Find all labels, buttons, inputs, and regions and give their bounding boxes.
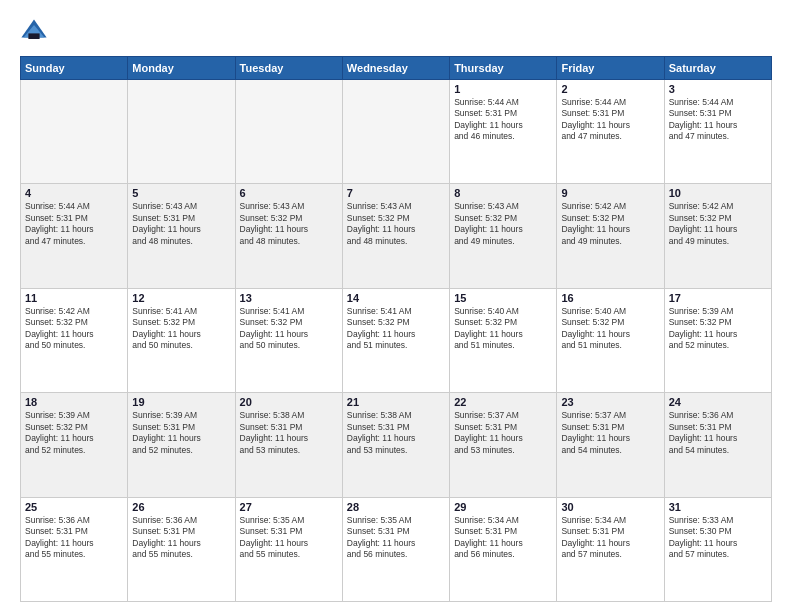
day-info: Sunrise: 5:40 AM Sunset: 5:32 PM Dayligh… <box>561 306 659 352</box>
day-info: Sunrise: 5:39 AM Sunset: 5:31 PM Dayligh… <box>132 410 230 456</box>
weekday-sunday: Sunday <box>21 57 128 80</box>
calendar-cell: 17Sunrise: 5:39 AM Sunset: 5:32 PM Dayli… <box>664 288 771 392</box>
day-info: Sunrise: 5:35 AM Sunset: 5:31 PM Dayligh… <box>347 515 445 561</box>
weekday-header-row: SundayMondayTuesdayWednesdayThursdayFrid… <box>21 57 772 80</box>
calendar-cell: 9Sunrise: 5:42 AM Sunset: 5:32 PM Daylig… <box>557 184 664 288</box>
day-number: 9 <box>561 187 659 199</box>
day-info: Sunrise: 5:41 AM Sunset: 5:32 PM Dayligh… <box>132 306 230 352</box>
calendar-week-1: 1Sunrise: 5:44 AM Sunset: 5:31 PM Daylig… <box>21 80 772 184</box>
calendar-week-4: 18Sunrise: 5:39 AM Sunset: 5:32 PM Dayli… <box>21 393 772 497</box>
day-number: 15 <box>454 292 552 304</box>
calendar-cell: 27Sunrise: 5:35 AM Sunset: 5:31 PM Dayli… <box>235 497 342 601</box>
day-info: Sunrise: 5:38 AM Sunset: 5:31 PM Dayligh… <box>240 410 338 456</box>
calendar-cell: 1Sunrise: 5:44 AM Sunset: 5:31 PM Daylig… <box>450 80 557 184</box>
day-number: 30 <box>561 501 659 513</box>
day-info: Sunrise: 5:44 AM Sunset: 5:31 PM Dayligh… <box>669 97 767 143</box>
day-info: Sunrise: 5:39 AM Sunset: 5:32 PM Dayligh… <box>669 306 767 352</box>
day-number: 29 <box>454 501 552 513</box>
calendar-table: SundayMondayTuesdayWednesdayThursdayFrid… <box>20 56 772 602</box>
day-info: Sunrise: 5:37 AM Sunset: 5:31 PM Dayligh… <box>454 410 552 456</box>
day-number: 7 <box>347 187 445 199</box>
day-info: Sunrise: 5:43 AM Sunset: 5:32 PM Dayligh… <box>240 201 338 247</box>
day-number: 6 <box>240 187 338 199</box>
calendar-cell: 21Sunrise: 5:38 AM Sunset: 5:31 PM Dayli… <box>342 393 449 497</box>
day-info: Sunrise: 5:36 AM Sunset: 5:31 PM Dayligh… <box>25 515 123 561</box>
calendar-week-2: 4Sunrise: 5:44 AM Sunset: 5:31 PM Daylig… <box>21 184 772 288</box>
day-number: 11 <box>25 292 123 304</box>
day-number: 20 <box>240 396 338 408</box>
day-info: Sunrise: 5:44 AM Sunset: 5:31 PM Dayligh… <box>25 201 123 247</box>
day-info: Sunrise: 5:33 AM Sunset: 5:30 PM Dayligh… <box>669 515 767 561</box>
day-number: 28 <box>347 501 445 513</box>
day-number: 31 <box>669 501 767 513</box>
calendar-body: 1Sunrise: 5:44 AM Sunset: 5:31 PM Daylig… <box>21 80 772 602</box>
calendar-cell: 3Sunrise: 5:44 AM Sunset: 5:31 PM Daylig… <box>664 80 771 184</box>
day-number: 16 <box>561 292 659 304</box>
day-info: Sunrise: 5:40 AM Sunset: 5:32 PM Dayligh… <box>454 306 552 352</box>
day-info: Sunrise: 5:36 AM Sunset: 5:31 PM Dayligh… <box>669 410 767 456</box>
calendar-cell: 18Sunrise: 5:39 AM Sunset: 5:32 PM Dayli… <box>21 393 128 497</box>
day-info: Sunrise: 5:41 AM Sunset: 5:32 PM Dayligh… <box>240 306 338 352</box>
day-number: 18 <box>25 396 123 408</box>
calendar-cell: 7Sunrise: 5:43 AM Sunset: 5:32 PM Daylig… <box>342 184 449 288</box>
day-number: 17 <box>669 292 767 304</box>
weekday-saturday: Saturday <box>664 57 771 80</box>
calendar-cell <box>128 80 235 184</box>
day-info: Sunrise: 5:42 AM Sunset: 5:32 PM Dayligh… <box>669 201 767 247</box>
day-info: Sunrise: 5:38 AM Sunset: 5:31 PM Dayligh… <box>347 410 445 456</box>
calendar-cell <box>342 80 449 184</box>
day-number: 4 <box>25 187 123 199</box>
calendar-cell: 10Sunrise: 5:42 AM Sunset: 5:32 PM Dayli… <box>664 184 771 288</box>
weekday-wednesday: Wednesday <box>342 57 449 80</box>
calendar-header: SundayMondayTuesdayWednesdayThursdayFrid… <box>21 57 772 80</box>
calendar-cell: 23Sunrise: 5:37 AM Sunset: 5:31 PM Dayli… <box>557 393 664 497</box>
day-info: Sunrise: 5:43 AM Sunset: 5:32 PM Dayligh… <box>454 201 552 247</box>
day-info: Sunrise: 5:39 AM Sunset: 5:32 PM Dayligh… <box>25 410 123 456</box>
day-info: Sunrise: 5:43 AM Sunset: 5:31 PM Dayligh… <box>132 201 230 247</box>
day-number: 13 <box>240 292 338 304</box>
logo-icon <box>20 18 48 46</box>
logo <box>20 18 52 46</box>
calendar-cell: 4Sunrise: 5:44 AM Sunset: 5:31 PM Daylig… <box>21 184 128 288</box>
calendar-cell: 24Sunrise: 5:36 AM Sunset: 5:31 PM Dayli… <box>664 393 771 497</box>
calendar-cell: 29Sunrise: 5:34 AM Sunset: 5:31 PM Dayli… <box>450 497 557 601</box>
calendar-cell: 25Sunrise: 5:36 AM Sunset: 5:31 PM Dayli… <box>21 497 128 601</box>
calendar-cell: 11Sunrise: 5:42 AM Sunset: 5:32 PM Dayli… <box>21 288 128 392</box>
day-number: 14 <box>347 292 445 304</box>
day-info: Sunrise: 5:41 AM Sunset: 5:32 PM Dayligh… <box>347 306 445 352</box>
day-info: Sunrise: 5:36 AM Sunset: 5:31 PM Dayligh… <box>132 515 230 561</box>
weekday-tuesday: Tuesday <box>235 57 342 80</box>
calendar-cell: 20Sunrise: 5:38 AM Sunset: 5:31 PM Dayli… <box>235 393 342 497</box>
weekday-monday: Monday <box>128 57 235 80</box>
calendar-cell: 6Sunrise: 5:43 AM Sunset: 5:32 PM Daylig… <box>235 184 342 288</box>
calendar-cell: 19Sunrise: 5:39 AM Sunset: 5:31 PM Dayli… <box>128 393 235 497</box>
day-info: Sunrise: 5:42 AM Sunset: 5:32 PM Dayligh… <box>561 201 659 247</box>
weekday-thursday: Thursday <box>450 57 557 80</box>
calendar-cell: 12Sunrise: 5:41 AM Sunset: 5:32 PM Dayli… <box>128 288 235 392</box>
day-number: 24 <box>669 396 767 408</box>
calendar-cell: 22Sunrise: 5:37 AM Sunset: 5:31 PM Dayli… <box>450 393 557 497</box>
day-info: Sunrise: 5:37 AM Sunset: 5:31 PM Dayligh… <box>561 410 659 456</box>
day-info: Sunrise: 5:42 AM Sunset: 5:32 PM Dayligh… <box>25 306 123 352</box>
calendar-cell: 30Sunrise: 5:34 AM Sunset: 5:31 PM Dayli… <box>557 497 664 601</box>
day-number: 26 <box>132 501 230 513</box>
day-number: 22 <box>454 396 552 408</box>
day-number: 21 <box>347 396 445 408</box>
weekday-friday: Friday <box>557 57 664 80</box>
calendar-cell: 28Sunrise: 5:35 AM Sunset: 5:31 PM Dayli… <box>342 497 449 601</box>
header <box>20 18 772 46</box>
day-info: Sunrise: 5:43 AM Sunset: 5:32 PM Dayligh… <box>347 201 445 247</box>
day-info: Sunrise: 5:44 AM Sunset: 5:31 PM Dayligh… <box>454 97 552 143</box>
day-info: Sunrise: 5:34 AM Sunset: 5:31 PM Dayligh… <box>561 515 659 561</box>
day-number: 10 <box>669 187 767 199</box>
day-info: Sunrise: 5:34 AM Sunset: 5:31 PM Dayligh… <box>454 515 552 561</box>
calendar-cell: 14Sunrise: 5:41 AM Sunset: 5:32 PM Dayli… <box>342 288 449 392</box>
day-number: 27 <box>240 501 338 513</box>
day-info: Sunrise: 5:44 AM Sunset: 5:31 PM Dayligh… <box>561 97 659 143</box>
page: SundayMondayTuesdayWednesdayThursdayFrid… <box>0 0 792 612</box>
calendar-week-3: 11Sunrise: 5:42 AM Sunset: 5:32 PM Dayli… <box>21 288 772 392</box>
calendar-week-5: 25Sunrise: 5:36 AM Sunset: 5:31 PM Dayli… <box>21 497 772 601</box>
calendar-cell <box>21 80 128 184</box>
day-number: 2 <box>561 83 659 95</box>
calendar-cell: 13Sunrise: 5:41 AM Sunset: 5:32 PM Dayli… <box>235 288 342 392</box>
